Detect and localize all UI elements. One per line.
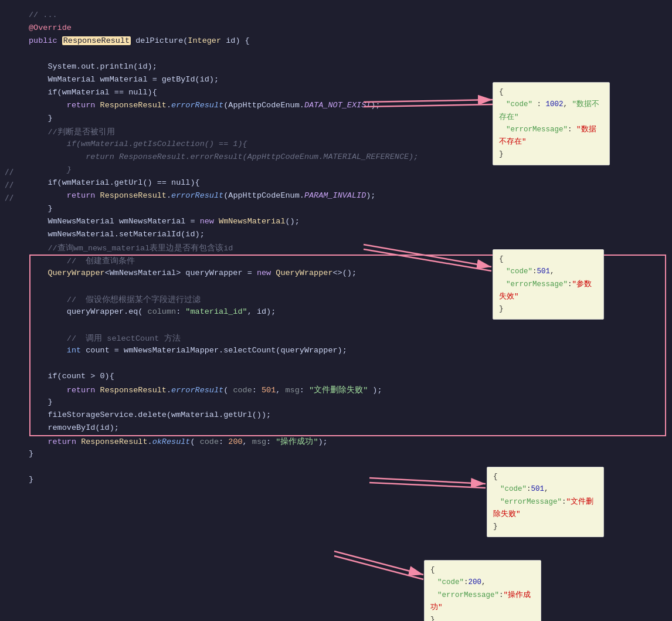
code-line	[0, 49, 672, 62]
json-popup-4: { "code":200, "errorMessage":"操作成功" }	[424, 560, 541, 621]
json-popup-3: { "code":501, "errorMessage":"文件删除失败" }	[487, 467, 604, 537]
json-popup-1: { "code" : 1002, "数据不存在" "errorMessage":…	[493, 82, 610, 165]
code-line: WmNewsMaterial wmNewsMaterial = new WmNe…	[0, 217, 672, 230]
code-line: }	[0, 398, 672, 410]
code-line: int count = wmNewsMaterialMapper.selectC…	[0, 346, 672, 359]
svg-line-8	[334, 556, 423, 579]
code-line: // ...	[0, 11, 672, 23]
code-line: }	[0, 449, 672, 462]
code-line: }	[0, 204, 672, 217]
json-popup-2: { "code":501, "errorMessage":"参数失效" }	[493, 249, 604, 320]
code-line: if(count > 0){	[0, 372, 672, 385]
code-line	[0, 359, 672, 372]
code-line: public ResponseResult delPicture(Integer…	[0, 36, 672, 49]
code-line	[0, 320, 672, 333]
code-line: // 调用 selectCount 方法	[0, 333, 672, 346]
code-editor: // // // // ... @Override public Respons…	[0, 0, 672, 621]
code-line: }	[0, 165, 672, 178]
code-line: fileStorageService.delete(wmMaterial.get…	[0, 410, 672, 423]
code-line: return ResponseResult.okResult( code: 20…	[0, 436, 672, 449]
code-line: if(wmMaterial.getUrl() == null){	[0, 178, 672, 191]
code-line: System.out.println(id);	[0, 62, 672, 75]
code-line: removeById(id);	[0, 423, 672, 436]
code-line: return ResponseResult.errorResult(AppHtt…	[0, 191, 672, 204]
code-line: return ResponseResult.errorResult( code:…	[0, 385, 672, 398]
code-line: wmNewsMaterial.setMaterialId(id);	[0, 230, 672, 243]
code-line: @Override	[0, 23, 672, 36]
svg-line-7	[334, 551, 423, 575]
